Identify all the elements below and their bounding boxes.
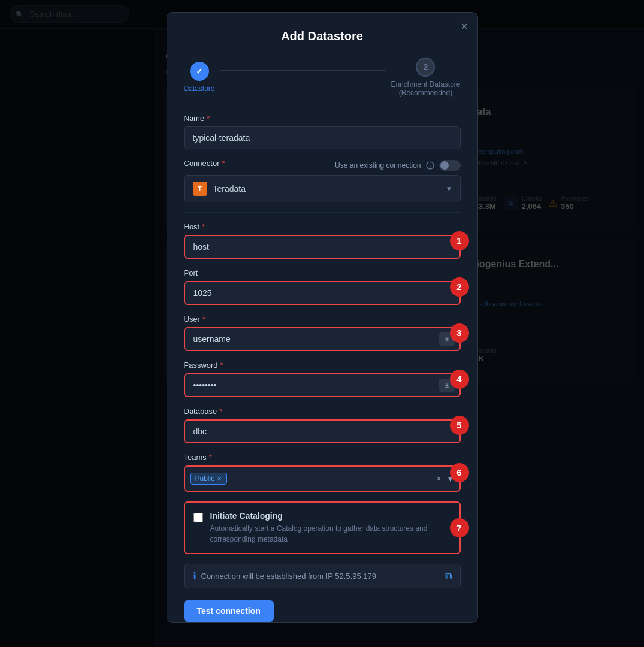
step-badge-2: 2 bbox=[450, 277, 469, 297]
required-indicator: * bbox=[209, 453, 212, 462]
user-label: User * bbox=[184, 315, 461, 324]
initiate-title: Initiate Cataloging bbox=[210, 511, 451, 521]
team-tag-label: Public bbox=[195, 474, 215, 483]
close-button[interactable]: × bbox=[461, 21, 468, 32]
use-existing: Use an existing connection i bbox=[335, 160, 460, 171]
divider bbox=[184, 212, 461, 213]
connection-info-bar: ℹ Connection will be established from IP… bbox=[184, 564, 461, 588]
modal-overlay: × Add Datastore ✓ Datastore 2 Enrichment… bbox=[0, 0, 644, 647]
connector-select[interactable]: T Teradata ▼ bbox=[184, 175, 461, 202]
teams-field-group: Teams * Public × × ▼ 6 bbox=[184, 453, 461, 492]
info-icon: i bbox=[426, 161, 434, 170]
initiate-desc: Automatically start a Catalog operation … bbox=[210, 523, 451, 545]
required-indicator: * bbox=[202, 222, 205, 231]
step-line bbox=[220, 70, 386, 71]
use-existing-label: Use an existing connection bbox=[335, 161, 421, 170]
step-badge-6: 6 bbox=[450, 463, 469, 482]
toggle-switch[interactable] bbox=[439, 160, 461, 171]
initiate-checkbox[interactable] bbox=[193, 513, 203, 522]
user-field-group: User * ⊞ 3 bbox=[184, 315, 461, 351]
host-label: Host * bbox=[184, 222, 461, 231]
password-label: Password * bbox=[184, 361, 461, 370]
step-badge-3: 3 bbox=[450, 324, 469, 343]
user-input-wrapper: ⊞ bbox=[184, 327, 461, 351]
host-input[interactable] bbox=[184, 235, 461, 259]
name-input[interactable] bbox=[184, 126, 461, 149]
step-badge-7: 7 bbox=[450, 518, 469, 537]
required-indicator: * bbox=[219, 407, 222, 416]
connector-row: Connector * Use an existing connection i bbox=[184, 159, 461, 171]
toggle-knob bbox=[440, 161, 449, 170]
connection-info-text: Connection will be established from IP 5… bbox=[201, 572, 376, 581]
password-input-wrapper: ⊞ bbox=[184, 373, 461, 397]
password-field-group: Password * ⊞ 4 bbox=[184, 361, 461, 397]
required-indicator: * bbox=[207, 114, 210, 123]
team-tag-remove[interactable]: × bbox=[217, 474, 222, 483]
teams-input[interactable]: Public × bbox=[184, 465, 461, 492]
stepper: ✓ Datastore 2 Enrichment Datastore (Reco… bbox=[184, 58, 461, 97]
copy-button[interactable]: ⧉ bbox=[445, 571, 452, 582]
connector-value: Teradata bbox=[213, 184, 246, 194]
port-label: Port bbox=[184, 268, 461, 277]
connector-logo: T bbox=[193, 182, 207, 196]
step-enrichment: 2 Enrichment Datastore (Recommended) bbox=[391, 58, 460, 97]
connector-field-group: Connector * Use an existing connection i… bbox=[184, 159, 461, 202]
info-circle-icon: ℹ bbox=[193, 570, 196, 582]
port-input[interactable] bbox=[184, 281, 461, 305]
step-badge-4: 4 bbox=[450, 370, 469, 389]
host-field-group: Host * 1 bbox=[184, 222, 461, 259]
team-tag-public: Public × bbox=[190, 473, 228, 485]
database-label: Database * bbox=[184, 407, 461, 416]
step-circle-2: 2 bbox=[416, 58, 435, 77]
initiate-cataloging-group: Initiate Cataloging Automatically start … bbox=[184, 501, 461, 554]
database-input[interactable] bbox=[184, 419, 461, 443]
step-circle-1: ✓ bbox=[190, 62, 209, 81]
password-input[interactable] bbox=[184, 373, 461, 397]
teams-wrapper: Public × × ▼ bbox=[184, 465, 461, 492]
teams-label: Teams * bbox=[184, 453, 461, 462]
required-indicator: * bbox=[202, 315, 205, 324]
port-field-group: Port 2 bbox=[184, 268, 461, 305]
database-field-group: Database * 5 bbox=[184, 407, 461, 443]
step-label-2: Enrichment Datastore (Recommended) bbox=[391, 80, 460, 97]
teams-clear-button[interactable]: × bbox=[435, 473, 442, 485]
connector-label: Connector * bbox=[184, 159, 225, 168]
test-connection-button[interactable]: Test connection bbox=[184, 600, 274, 622]
info-bar-text: ℹ Connection will be established from IP… bbox=[193, 570, 376, 582]
name-field-group: Name * bbox=[184, 114, 461, 149]
chevron-down-icon: ▼ bbox=[446, 185, 453, 193]
modal-title: Add Datastore bbox=[184, 29, 461, 43]
initiate-box: Initiate Cataloging Automatically start … bbox=[184, 501, 461, 554]
user-input[interactable] bbox=[184, 327, 461, 351]
svg-text:i: i bbox=[430, 164, 431, 169]
step-datastore: ✓ Datastore bbox=[184, 62, 215, 93]
required-indicator: * bbox=[222, 159, 225, 168]
step-badge-1: 1 bbox=[450, 231, 469, 250]
initiate-content: Initiate Cataloging Automatically start … bbox=[210, 511, 451, 545]
required-indicator: * bbox=[220, 361, 223, 370]
name-label: Name * bbox=[184, 114, 461, 123]
step-badge-5: 5 bbox=[450, 416, 469, 435]
add-datastore-modal: × Add Datastore ✓ Datastore 2 Enrichment… bbox=[167, 12, 478, 623]
step-label-1: Datastore bbox=[184, 84, 215, 93]
